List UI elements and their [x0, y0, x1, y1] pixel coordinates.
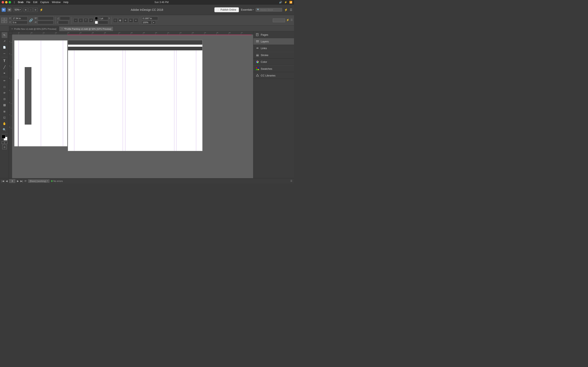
panel-stroke-label: Stroke [261, 54, 268, 57]
opacity-btn[interactable]: □ [113, 18, 118, 23]
tab-2[interactable]: ✕ *Profile Painting v1.indd @ 50% [GPU P… [59, 26, 113, 31]
canvas-background[interactable] [12, 35, 253, 178]
transform-tool[interactable]: ⟳ [2, 90, 7, 96]
measure-input[interactable]: 0.1667 in [142, 17, 158, 20]
preview-mode[interactable] [5, 141, 7, 144]
percent-input[interactable]: 100% [142, 21, 151, 24]
select-tool[interactable]: ↖ [2, 32, 7, 38]
next-page-btn[interactable]: ▶ [17, 180, 19, 183]
publish-online-button[interactable]: ☁ Publish Online [214, 7, 239, 12]
close-button[interactable] [2, 1, 4, 3]
apple-menu[interactable]:  [14, 1, 15, 4]
panel-cc-libraries[interactable]: CC Libraries [253, 72, 294, 79]
flip-v-btn[interactable]: ↕ [79, 18, 83, 23]
transform-btn-2[interactable]: □ [29, 8, 33, 12]
table-tool[interactable]: ▤ [2, 108, 7, 114]
color-swatches[interactable] [2, 135, 7, 141]
zoom-control[interactable]: 50% ▾ [13, 8, 22, 12]
h-input[interactable] [38, 21, 53, 24]
workspace-dropdown[interactable]: Essentials ▾ [241, 8, 254, 11]
control-menu-icon[interactable]: ☰ [291, 18, 293, 22]
eraser-tool[interactable]: ◻ [2, 84, 7, 90]
pencil-tool[interactable]: ✏ [2, 78, 7, 83]
panel-pages[interactable]: Pages [253, 31, 294, 38]
tab-1[interactable]: ✕ Profile Nov v1.indd @ 65% [GPU Preview… [9, 26, 59, 31]
percent-arrow[interactable]: ▸ [152, 21, 156, 24]
maximize-button[interactable] [9, 1, 11, 3]
tab-close-2[interactable]: ✕ [61, 28, 63, 30]
layout-dropdown[interactable]: [Basic] (working) ▾ [28, 179, 49, 183]
align-center-btn[interactable]: ≡ [134, 18, 138, 23]
gap-tool[interactable]: ↔ [2, 50, 7, 56]
tool-separator-1 [1, 57, 8, 57]
menu-edit[interactable]: Edit [33, 1, 37, 4]
select-icon-3[interactable] [1, 21, 4, 23]
align-left-btn[interactable]: ⊢ [129, 18, 133, 23]
rotate-page-icon[interactable]: ⟳ [25, 180, 26, 183]
gradient-feather-tool[interactable]: ◱ [2, 115, 7, 120]
distribute-h-btn[interactable]: ⊤ [84, 18, 88, 23]
stroke-weight-arrow[interactable]: ▾ [109, 17, 110, 19]
svg-rect-10 [256, 67, 257, 68]
search-container[interactable]: 🔍 [256, 8, 282, 12]
transform-btn-1[interactable]: ⊞ [24, 8, 28, 12]
image-tool[interactable]: 🖼 [2, 102, 7, 108]
tab-close-1[interactable]: ✕ [11, 28, 13, 30]
search-input[interactable] [260, 8, 281, 11]
stock-icon[interactable]: St [7, 8, 11, 12]
bridge-icon[interactable]: Br [2, 8, 6, 12]
select-icon-4[interactable] [4, 21, 7, 23]
minimize-button[interactable] [5, 1, 8, 3]
pen-tool[interactable]: ✒ [2, 70, 7, 76]
last-page-btn[interactable]: ▶| [20, 180, 23, 183]
menu-file[interactable]: File [26, 1, 30, 4]
menu-icon[interactable]: ☰ [290, 8, 292, 11]
control-settings-icon[interactable]: ⚡ [286, 18, 289, 22]
ruler-mark-20: 20 [155, 32, 157, 34]
workspace-arrow: ▾ [253, 9, 254, 11]
shadow-btn[interactable]: ◧ [118, 18, 123, 23]
fill-options[interactable] [98, 21, 108, 24]
image-frame-icon[interactable]: ⊡ [2, 145, 7, 149]
direct-select-tool[interactable]: ↗ [2, 38, 7, 44]
text-tool[interactable]: T [2, 58, 7, 64]
transform-btn-3[interactable]: ⊟ [34, 8, 38, 12]
fill-color-swatch[interactable] [95, 21, 98, 24]
status-bar: |◀ ◀ 3 ▶ ▶| ⟳ [Basic] (working) ▾ No err… [0, 178, 294, 184]
stroke-weight-input[interactable]: 1 pt [98, 17, 108, 20]
y-input[interactable]: 5 in [12, 21, 27, 24]
fx-btn[interactable]: fx [123, 18, 128, 23]
panel-stroke[interactable]: Stroke [253, 52, 294, 58]
x-input[interactable]: 17.94 in [12, 17, 27, 20]
stroke-swatch[interactable] [2, 135, 5, 138]
normal-mode[interactable] [2, 141, 4, 144]
settings-icon[interactable]: ⚡ [284, 8, 288, 11]
first-page-btn[interactable]: |◀ [2, 180, 4, 183]
menu-grab[interactable]: Grab [18, 1, 24, 4]
panel-swatches[interactable]: Swatches [253, 66, 294, 72]
panel-color[interactable]: Color [253, 58, 294, 65]
panel-links[interactable]: Links [253, 45, 294, 52]
frame-tool[interactable]: ⊡ [2, 96, 7, 102]
select-icon-2[interactable] [4, 18, 7, 20]
select-icon-1[interactable] [1, 18, 4, 20]
distribute-v-btn[interactable]: ⊣ [89, 18, 93, 23]
w-input[interactable] [38, 17, 54, 20]
angle-input[interactable] [60, 17, 70, 20]
shear-input[interactable] [58, 21, 68, 24]
panel-layers[interactable]: Layers [253, 38, 294, 45]
page-number-input[interactable]: 3 [9, 179, 15, 183]
zoom-dropdown-arrow[interactable]: ▾ [20, 9, 21, 11]
zoom-tool[interactable]: 🔍 [2, 127, 7, 133]
y-label: Y: [9, 21, 11, 24]
traffic-lights[interactable] [2, 1, 11, 3]
line-tool[interactable]: ╱ [2, 64, 7, 70]
flip-h-btn[interactable]: ↔ [73, 18, 78, 23]
hand-tool[interactable]: ✋ [2, 121, 7, 126]
quick-apply-icon[interactable]: ⚡ [39, 8, 43, 12]
stroke-color-swatch[interactable] [95, 17, 98, 20]
canvas-area[interactable]: 9 10 11 12 13 14 15 16 17 18 19 20 21 [9, 31, 253, 178]
chain-icon[interactable]: 🔗 [29, 18, 33, 22]
page-tool[interactable]: 📄 [2, 44, 7, 50]
prev-page-btn[interactable]: ◀ [6, 180, 8, 183]
